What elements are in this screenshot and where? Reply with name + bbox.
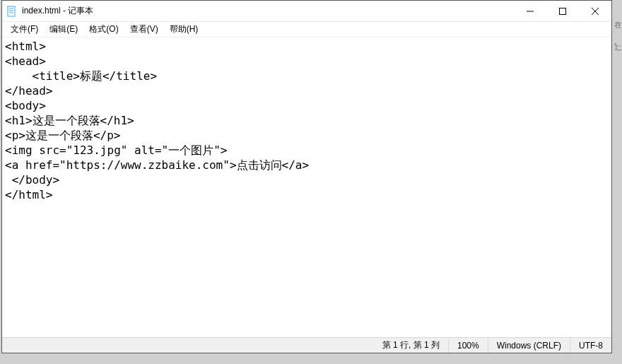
titlebar: index.html - 记事本: [2, 1, 611, 22]
edge-char: 辷: [614, 42, 622, 52]
menu-help[interactable]: 帮助(H): [164, 22, 204, 37]
edge-char: 在: [614, 20, 622, 30]
maximize-button[interactable]: [546, 1, 579, 21]
notepad-icon: [6, 6, 18, 17]
window-title: index.html - 记事本: [22, 5, 514, 17]
menu-file[interactable]: 文件(F): [5, 22, 44, 37]
statusbar: 第 1 行, 第 1 列 100% Windows (CRLF) UTF-8: [2, 337, 611, 353]
text-editor[interactable]: <html> <head> <title>标题</title> </head> …: [2, 37, 611, 337]
minimize-button[interactable]: [514, 1, 546, 21]
status-encoding: UTF-8: [570, 338, 611, 353]
background-edge: 在 辷: [614, 20, 622, 52]
window-controls: [514, 1, 611, 21]
menubar: 文件(F) 编辑(E) 格式(O) 查看(V) 帮助(H): [2, 22, 611, 37]
status-eol: Windows (CRLF): [488, 338, 570, 353]
svg-rect-5: [560, 8, 566, 14]
menu-view[interactable]: 查看(V): [124, 22, 164, 37]
notepad-window: index.html - 记事本 文件(F) 编辑(E) 格式(O) 查看(V)…: [1, 0, 612, 353]
svg-rect-0: [8, 6, 15, 16]
status-position: 第 1 行, 第 1 列: [374, 338, 448, 353]
menu-edit[interactable]: 编辑(E): [44, 22, 83, 37]
status-zoom: 100%: [448, 338, 488, 353]
menu-format[interactable]: 格式(O): [83, 22, 124, 37]
close-button[interactable]: [579, 1, 611, 21]
